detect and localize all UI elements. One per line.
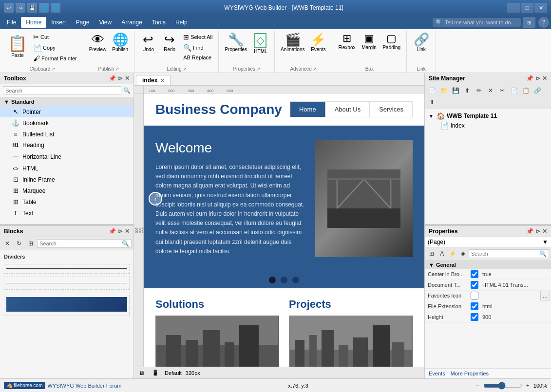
sm-cut-icon[interactable]: ✂ <box>497 85 508 96</box>
carousel-dot-1[interactable] <box>269 277 276 283</box>
menu-file[interactable]: File <box>2 17 21 28</box>
maximize-button[interactable]: □ <box>521 3 533 13</box>
props-icon2[interactable]: A <box>437 248 447 259</box>
preview-button[interactable]: 👁 Preview <box>87 32 109 53</box>
web-nav-about[interactable]: About Us <box>325 101 370 117</box>
events-button[interactable]: ⚡ Events <box>308 32 328 53</box>
blocks-pin-icon[interactable]: 📌 <box>109 228 116 235</box>
menu-home[interactable]: Home <box>21 17 46 28</box>
sm-edit-icon[interactable]: ✏ <box>474 85 484 96</box>
zoom-plus-icon[interactable]: + <box>525 381 531 390</box>
menu-tools[interactable]: Tools <box>147 17 171 28</box>
toolbox-arrow-icon[interactable]: ⊳ <box>118 75 123 82</box>
props-checkbox-height[interactable] <box>471 313 478 321</box>
redo-quick-btn[interactable]: ↪ <box>16 3 25 13</box>
sm-folder-icon[interactable]: 📁 <box>438 85 449 96</box>
blocks-add-icon[interactable]: ⊞ <box>25 238 36 249</box>
toolbar-toggle-btn[interactable]: ⊞ <box>523 17 535 28</box>
canvas-scroll[interactable]: Business Company Home About Us Services … <box>144 93 424 367</box>
props-icon1[interactable]: ⊞ <box>427 248 437 259</box>
cut-button[interactable]: ✂ Cut <box>31 32 79 42</box>
properties-expand-icon[interactable]: ↗ <box>256 66 260 72</box>
site-manager-close-icon[interactable]: ✕ <box>542 75 547 82</box>
margin-button[interactable]: ▣ Margin <box>359 32 379 51</box>
blocks-refresh-icon[interactable]: ↻ <box>14 238 24 249</box>
toolbox-search-input[interactable] <box>3 86 121 95</box>
carousel-prev-button[interactable]: ‹ <box>149 192 162 205</box>
props-checkbox-favicon[interactable] <box>471 292 478 299</box>
sm-link-icon[interactable]: 🔗 <box>532 85 543 96</box>
replace-button[interactable]: AB Replace <box>181 54 214 61</box>
html-button[interactable]: ◇ HTML <box>251 32 270 55</box>
paste-button[interactable]: 📋 Paste <box>6 32 29 60</box>
properties-button[interactable]: 🔧 Properties <box>223 32 249 53</box>
blocks-delete-icon[interactable]: ✕ <box>2 238 13 249</box>
toolbox-item-pointer[interactable]: ↖ Pointer <box>0 106 133 117</box>
tree-index[interactable]: 📄 index <box>427 121 549 131</box>
padding-button[interactable]: ▢ Padding <box>380 32 402 51</box>
help-button[interactable]: ? <box>538 17 549 28</box>
toolbox-close-icon[interactable]: ✕ <box>125 75 130 82</box>
find-button[interactable]: 🔍 Find <box>181 43 214 53</box>
site-manager-pin-icon[interactable]: 📌 <box>526 75 533 82</box>
sm-save-icon[interactable]: 💾 <box>450 85 461 96</box>
properties-arrow-icon[interactable]: ⊳ <box>535 228 540 235</box>
tree-root[interactable]: ▼ 🏠 WWB Template 11 <box>427 111 549 121</box>
format-painter-button[interactable]: 🖌 Format Painter <box>31 54 79 63</box>
site-manager-arrow-icon[interactable]: ⊳ <box>535 75 540 82</box>
menu-search-input[interactable] <box>445 19 518 25</box>
zoom-minus-icon[interactable]: − <box>475 381 480 390</box>
copy-button[interactable]: 📄 Copy <box>31 43 79 53</box>
menu-help[interactable]: Help <box>171 17 192 28</box>
save-quick-btn[interactable]: 💾 <box>27 3 37 13</box>
publish-button[interactable]: 🌐 Publish <box>110 32 130 53</box>
menu-page[interactable]: Page <box>71 17 94 28</box>
toolbox-item-inline-frame[interactable]: ⊡ Inline Frame <box>0 174 133 185</box>
props-icon4[interactable]: ◈ <box>458 248 468 259</box>
sm-upload-icon[interactable]: ⬆ <box>462 85 473 96</box>
toolbox-pin-icon[interactable]: 📌 <box>109 75 116 82</box>
sm-copy-icon[interactable]: 📄 <box>509 85 519 96</box>
blocks-search-input[interactable] <box>39 241 121 246</box>
properties-search-input[interactable] <box>471 251 538 257</box>
sm-page-icon[interactable]: 📄 <box>427 85 437 96</box>
canvas-device-icon[interactable]: 🖥 <box>137 370 146 376</box>
undo-button[interactable]: ↩ Undo <box>138 32 158 53</box>
props-events-link[interactable]: Events <box>429 371 445 376</box>
blocks-arrow-icon[interactable]: ⊳ <box>118 228 123 235</box>
toolbox-item-text[interactable]: T Text <box>0 207 133 219</box>
redo-button[interactable]: ↪ Redo <box>160 32 179 53</box>
props-checkbox-doctype[interactable] <box>471 281 478 289</box>
select-all-button[interactable]: ⊞ Select All <box>181 32 214 42</box>
undo-quick-btn[interactable]: ↩ <box>4 3 14 13</box>
tab-index-close-icon[interactable]: ✕ <box>160 78 164 83</box>
blocks-close-icon[interactable]: ✕ <box>125 228 130 235</box>
block-divider-2[interactable] <box>4 277 130 290</box>
props-more-link[interactable]: More Properties <box>451 371 489 376</box>
menu-insert[interactable]: Insert <box>46 17 71 28</box>
advanced-expand-icon[interactable]: ↗ <box>313 66 317 72</box>
block-divider-3[interactable] <box>4 293 130 316</box>
zoom-slider[interactable] <box>483 382 522 390</box>
globe2-quick-btn[interactable]: 🌐 <box>51 3 60 13</box>
close-button[interactable]: ✕ <box>534 3 547 13</box>
props-checkbox-extension[interactable] <box>471 302 478 310</box>
menu-view[interactable]: View <box>94 17 116 28</box>
flexbox-button[interactable]: ⊞ Flexbox <box>336 32 357 51</box>
props-checkbox-center[interactable] <box>471 270 478 278</box>
properties-dropdown[interactable]: (Page) ▼ <box>425 237 551 247</box>
toolbox-section-header-standard[interactable]: ▼ Standard <box>0 97 133 106</box>
web-nav-services[interactable]: Services <box>370 101 413 117</box>
block-divider-1[interactable] <box>4 264 130 274</box>
canvas-mobile-icon[interactable]: 📱 <box>150 369 161 376</box>
clipboard-expand-icon[interactable]: ↗ <box>51 66 55 72</box>
toolbox-item-bulleted-list[interactable]: ≡ Bulleted List <box>0 129 133 140</box>
carousel-dot-3[interactable] <box>292 277 299 283</box>
globe-quick-btn[interactable]: 🌐 <box>39 3 49 13</box>
toolbox-item-bookmark[interactable]: ⚓ Bookmark <box>0 117 133 129</box>
carousel-dot-2[interactable] <box>281 277 287 283</box>
web-nav-home[interactable]: Home <box>290 101 325 117</box>
tab-index[interactable]: index ✕ <box>136 75 171 85</box>
forum-link[interactable]: WYSIWYG Web Builder Forum <box>47 383 121 389</box>
properties-close-icon[interactable]: ✕ <box>542 228 547 235</box>
